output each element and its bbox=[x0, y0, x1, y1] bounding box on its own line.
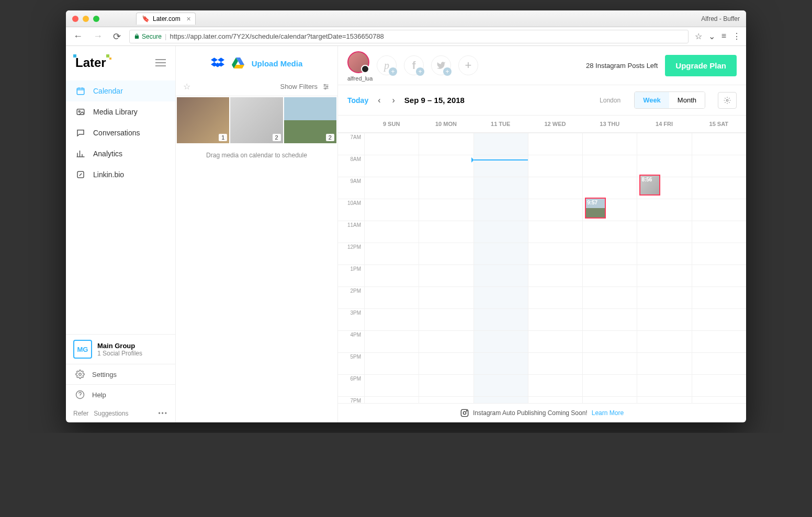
browser-tab[interactable]: 🔖 Later.com × bbox=[136, 13, 196, 25]
minimize-window-button[interactable] bbox=[83, 16, 89, 22]
day-column[interactable] bbox=[692, 133, 746, 403]
sidebar: Later Calendar Media Library Conversatio bbox=[66, 46, 176, 422]
media-panel: Upload Media ☆ Show Filters 1 2 2 Drag m… bbox=[176, 46, 338, 422]
gear-icon bbox=[75, 370, 85, 379]
add-pinterest-button[interactable]: p+ bbox=[377, 55, 397, 75]
hamburger-icon[interactable] bbox=[155, 59, 166, 67]
show-filters-button[interactable]: Show Filters bbox=[280, 83, 330, 90]
sidebar-item-conversations[interactable]: Conversations bbox=[66, 122, 175, 143]
svg-point-9 bbox=[726, 99, 728, 101]
day-header: 13 THU bbox=[582, 116, 637, 132]
prev-week-button[interactable]: ‹ bbox=[376, 96, 382, 105]
close-tab-icon[interactable]: × bbox=[187, 15, 191, 23]
add-facebook-button[interactable]: f+ bbox=[404, 55, 424, 75]
svg-point-4 bbox=[79, 373, 82, 376]
svg-rect-0 bbox=[77, 88, 84, 95]
timezone-label[interactable]: London bbox=[600, 97, 621, 104]
next-week-button[interactable]: › bbox=[390, 96, 397, 105]
url-text: https://app.later.com/7Y2X/schedule/cale… bbox=[170, 32, 384, 40]
sidebar-item-analytics[interactable]: Analytics bbox=[66, 143, 175, 164]
calendar-grid[interactable]: 7AM8AM9AM10AM11AM12PM1PM2PM3PM4PM5PM6PM7… bbox=[338, 133, 746, 403]
announcement-banner: Instagram Auto Publishing Coming Soon! L… bbox=[338, 403, 746, 422]
hour-label: 7AM bbox=[338, 133, 364, 155]
day-header: 10 MON bbox=[419, 116, 473, 132]
pocket-icon[interactable]: ⌄ bbox=[708, 31, 715, 41]
learn-more-link[interactable]: Learn More bbox=[592, 409, 624, 417]
sidebar-item-label: Analytics bbox=[93, 150, 122, 158]
sidebar-item-settings[interactable]: Settings bbox=[66, 364, 175, 384]
month-view-button[interactable]: Month bbox=[669, 92, 705, 108]
settings-label: Settings bbox=[92, 371, 117, 378]
day-column[interactable] bbox=[473, 133, 528, 403]
hour-label: 10AM bbox=[338, 199, 364, 221]
link-icon bbox=[75, 169, 86, 180]
suggestions-link[interactable]: Suggestions bbox=[94, 410, 128, 417]
group-name: Main Group bbox=[97, 342, 142, 350]
upload-media-button[interactable]: Upload Media bbox=[252, 59, 303, 68]
star-filter-icon[interactable]: ☆ bbox=[183, 82, 190, 91]
menu-icon[interactable]: ⋮ bbox=[732, 31, 741, 41]
sidebar-item-label: Media Library bbox=[93, 108, 138, 116]
sidebar-item-label: Linkin.bio bbox=[93, 170, 124, 179]
week-view-button[interactable]: Week bbox=[635, 92, 669, 108]
more-icon[interactable]: ••• bbox=[158, 410, 168, 417]
facebook-icon: f bbox=[412, 60, 416, 72]
back-button[interactable]: ← bbox=[71, 31, 85, 42]
svg-point-12 bbox=[466, 410, 467, 411]
day-column[interactable]: 9:57 bbox=[582, 133, 637, 403]
buffer-icon[interactable]: ≡ bbox=[721, 31, 726, 41]
calendar-settings-button[interactable] bbox=[718, 92, 737, 109]
browser-titlebar: 🔖 Later.com × Alfred - Buffer bbox=[66, 10, 746, 27]
bar-chart-icon bbox=[75, 148, 86, 159]
media-thumb[interactable]: 1 bbox=[177, 97, 229, 143]
scheduled-post[interactable]: 8:56 bbox=[639, 175, 660, 196]
help-icon bbox=[75, 390, 85, 399]
add-profile-button[interactable]: + bbox=[458, 55, 478, 75]
sidebar-item-help[interactable]: Help bbox=[66, 384, 175, 405]
media-thumb[interactable]: 2 bbox=[284, 97, 336, 143]
sidebar-item-calendar[interactable]: Calendar bbox=[66, 81, 175, 101]
secure-badge: Secure bbox=[134, 33, 162, 40]
google-drive-icon[interactable] bbox=[232, 58, 244, 69]
group-selector[interactable]: MG Main Group 1 Social Profiles bbox=[66, 334, 175, 364]
forward-button[interactable]: → bbox=[91, 31, 105, 42]
browser-user-label: Alfred - Buffer bbox=[701, 15, 740, 22]
hour-label: 3PM bbox=[338, 308, 364, 330]
scheduled-post[interactable]: 9:57 bbox=[585, 198, 606, 219]
hour-label: 2PM bbox=[338, 286, 364, 308]
star-icon[interactable]: ☆ bbox=[695, 31, 702, 41]
day-column[interactable] bbox=[528, 133, 582, 403]
image-icon bbox=[75, 107, 86, 117]
date-range-label: Sep 9 – 15, 2018 bbox=[404, 96, 465, 105]
day-column[interactable] bbox=[419, 133, 473, 403]
day-column[interactable]: 8:56 bbox=[637, 133, 691, 403]
instagram-profile-avatar[interactable] bbox=[347, 51, 369, 73]
reload-button[interactable]: ⟳ bbox=[111, 31, 123, 42]
maximize-window-button[interactable] bbox=[93, 16, 99, 22]
tab-favicon: 🔖 bbox=[142, 15, 150, 22]
sidebar-item-media-library[interactable]: Media Library bbox=[66, 101, 175, 122]
sidebar-item-linkinbio[interactable]: Linkin.bio bbox=[66, 164, 175, 185]
dropbox-icon[interactable] bbox=[211, 58, 224, 69]
svg-point-11 bbox=[463, 411, 466, 414]
lock-icon bbox=[134, 33, 140, 39]
view-toggle: Week Month bbox=[634, 91, 705, 109]
upgrade-plan-button[interactable]: Upgrade Plan bbox=[665, 55, 737, 76]
calendar-icon bbox=[75, 86, 86, 96]
hour-label: 5PM bbox=[338, 352, 364, 374]
chat-icon bbox=[75, 128, 86, 138]
svg-point-7 bbox=[326, 86, 328, 87]
media-thumb[interactable]: 2 bbox=[230, 97, 283, 143]
day-header: 15 SAT bbox=[692, 116, 746, 132]
profile-username: alfred_lua bbox=[347, 75, 373, 82]
browser-url-bar: ← → ⟳ Secure | https://app.later.com/7Y2… bbox=[66, 27, 746, 46]
close-window-button[interactable] bbox=[72, 16, 78, 22]
day-column[interactable] bbox=[364, 133, 419, 403]
instagram-icon bbox=[460, 409, 469, 417]
refer-link[interactable]: Refer bbox=[73, 410, 88, 417]
hour-label: 8AM bbox=[338, 155, 364, 177]
url-field[interactable]: Secure | https://app.later.com/7Y2X/sche… bbox=[129, 30, 689, 43]
add-twitter-button[interactable]: + bbox=[431, 55, 451, 75]
today-button[interactable]: Today bbox=[347, 96, 368, 105]
calendar-panel: alfred_lua p+ f+ + + 28 Instagram Posts … bbox=[338, 46, 746, 422]
